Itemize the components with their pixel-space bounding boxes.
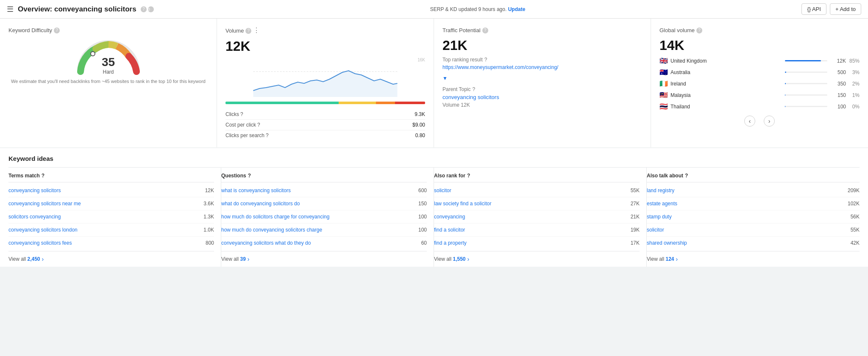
update-link[interactable]: Update — [508, 6, 526, 12]
ki-link[interactable]: how much do solicitors charge for convey… — [221, 214, 329, 220]
volume-menu-icon[interactable]: ⋮ — [253, 26, 260, 34]
view-all-num: 1,550 — [453, 256, 465, 262]
ki-link[interactable]: conveyancing solicitors what do they do — [221, 240, 311, 246]
tp-dropdown-icon[interactable]: ▼ — [442, 75, 642, 81]
country-row: 🇮🇪 Ireland 350 2% — [659, 80, 860, 88]
ki-col-0: Terms match? conveyancing solicitors 12K… — [8, 168, 221, 267]
keyword-ideas-grid: Terms match? conveyancing solicitors 12K… — [8, 167, 860, 267]
volume-value: 12K — [225, 39, 425, 54]
tp-url-link[interactable]: https://www.moneysupermarket.com/conveya… — [442, 64, 642, 70]
ki-link[interactable]: solicitors conveyancing — [8, 214, 61, 220]
view-all-link[interactable]: View all 1,550 › — [434, 251, 640, 267]
cps-value: 0.80 — [415, 132, 425, 138]
ki-link[interactable]: stamp duty — [647, 214, 672, 220]
menu-icon[interactable]: ☰ — [7, 5, 14, 14]
ki-volume: 12K — [205, 188, 214, 193]
view-all-arrow: › — [467, 256, 470, 262]
country-bar-container — [785, 106, 827, 107]
view-all-arrow: › — [676, 256, 678, 262]
kd-description: We estimate that you'll need backlinks f… — [8, 78, 208, 85]
clicks-help-icon[interactable]: ? — [240, 111, 243, 117]
ki-volume: 56K — [851, 214, 860, 220]
ki-volume: 100 — [418, 214, 427, 220]
ki-row: solicitor 55K — [647, 224, 860, 237]
country-bar-container — [785, 83, 827, 84]
how-to-use-link[interactable]: ? How to use — [141, 6, 154, 12]
ki-link[interactable]: conveyancing solicitors london — [8, 227, 78, 233]
ki-link[interactable]: how much do conveyancing solicitors char… — [221, 227, 322, 233]
stat-row-cpc: Cost per click ? $9.00 — [225, 120, 425, 130]
gv-next-button[interactable]: › — [764, 116, 775, 127]
clicks-value: 9.3K — [415, 111, 425, 117]
top-panels: Keyword Difficulty ? 35 — [0, 19, 868, 147]
svg-marker-2 — [253, 71, 398, 97]
tp-parent-link[interactable]: conveyancing solicitors — [442, 94, 642, 100]
ki-link[interactable]: solicitor — [647, 227, 664, 233]
tp-parent-help-icon[interactable]: ? — [473, 86, 476, 92]
ki-volume: 100 — [418, 227, 427, 233]
volume-bars — [225, 102, 425, 104]
cpc-help-icon[interactable]: ? — [257, 122, 260, 128]
gauge-text: 35 Hard — [102, 55, 115, 75]
country-row: 🇬🇧 United Kingdom 12K 85% — [659, 57, 860, 65]
vbar-green — [225, 102, 339, 104]
view-all-link[interactable]: View all 124 › — [647, 251, 860, 267]
ki-link[interactable]: estate agents — [647, 201, 677, 207]
ki-link[interactable]: what is conveyancing solicitors — [221, 188, 291, 193]
gv-prev-button[interactable]: ‹ — [744, 116, 755, 127]
view-all-link[interactable]: View all 2,450 › — [8, 251, 214, 267]
view-all-link[interactable]: View all 39 › — [221, 251, 427, 267]
global-volume-panel: Global volume ? 14K 🇬🇧 United Kingdom 12… — [651, 19, 868, 147]
tp-rank-help-icon[interactable]: ? — [484, 57, 487, 63]
kd-help-icon[interactable]: ? — [54, 28, 60, 33]
country-flag: 🇮🇪 — [659, 80, 668, 88]
ki-link[interactable]: find a solicitor — [434, 227, 465, 233]
ki-link[interactable]: solicitor — [434, 188, 451, 193]
volume-help-icon[interactable]: ? — [245, 28, 251, 34]
ki-link[interactable]: what do conveyancing solicitors do — [221, 201, 300, 207]
ki-link[interactable]: land registry — [647, 188, 674, 193]
ki-volume: 3.6K — [203, 201, 214, 207]
ki-link[interactable]: conveyancing — [434, 214, 465, 220]
cpc-value: $9.00 — [412, 122, 425, 128]
country-flag: 🇲🇾 — [659, 91, 668, 99]
ki-header-help-icon[interactable]: ? — [467, 173, 470, 179]
ki-volume: 102K — [848, 201, 860, 207]
ki-volume: 209K — [848, 188, 860, 193]
gv-panel-title: Global volume ? — [659, 27, 860, 33]
ki-header-help-icon[interactable]: ? — [42, 173, 45, 179]
vbar-red — [395, 102, 425, 104]
ki-volume: 27K — [631, 201, 640, 207]
ki-volume: 21K — [631, 214, 640, 220]
traffic-potential-panel: Traffic Potential ? 21K Top ranking resu… — [434, 19, 651, 147]
ki-col-header: Terms match? — [8, 173, 214, 182]
ki-header-help-icon[interactable]: ? — [685, 173, 688, 179]
ki-volume: 150 — [418, 201, 427, 207]
ki-volume: 42K — [851, 240, 860, 246]
api-button[interactable]: {} API — [801, 3, 826, 15]
ki-row: conveyancing solicitors what do they do … — [221, 237, 427, 249]
stat-row-clicks: Clicks ? 9.3K — [225, 109, 425, 120]
country-name: Thailand — [670, 104, 785, 110]
gv-value: 14K — [659, 38, 860, 53]
tp-help-icon[interactable]: ? — [482, 28, 488, 33]
country-flag: 🇬🇧 — [659, 57, 668, 65]
ki-link[interactable]: shared ownership — [647, 240, 687, 246]
addto-button[interactable]: + Add to — [830, 3, 861, 15]
ki-header-help-icon[interactable]: ? — [248, 173, 251, 179]
ki-row: conveyancing solicitors near me 3.6K — [8, 197, 214, 210]
ki-row: conveyancing solicitors 12K — [8, 184, 214, 197]
ki-link[interactable]: conveyancing solicitors near me — [8, 201, 81, 207]
country-flag: 🇹🇭 — [659, 102, 668, 110]
ki-link[interactable]: law society find a solicitor — [434, 201, 491, 207]
ki-row: what is conveyancing solicitors 600 — [221, 184, 427, 197]
cps-help-icon[interactable]: ? — [266, 132, 269, 138]
gv-help-icon[interactable]: ? — [696, 28, 702, 33]
keyword-ideas-title: Keyword ideas — [8, 155, 860, 162]
ki-link[interactable]: conveyancing solicitors fees — [8, 240, 72, 246]
ki-link[interactable]: conveyancing solicitors — [8, 188, 61, 193]
ki-link[interactable]: find a property — [434, 240, 467, 246]
view-all-num: 39 — [240, 256, 245, 262]
tp-panel-title: Traffic Potential ? — [442, 27, 642, 33]
ki-volume: 60 — [421, 240, 427, 246]
